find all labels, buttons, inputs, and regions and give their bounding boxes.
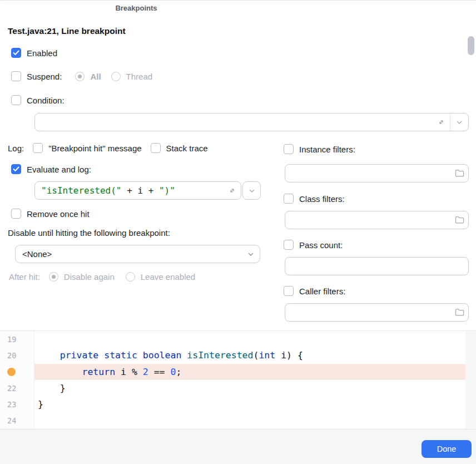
code-text: } [34, 380, 476, 396]
disable-until-label: Disable until hitting the following brea… [8, 228, 170, 238]
enabled-label: Enabled [27, 48, 57, 58]
suspend-all-label: All [90, 72, 101, 81]
code-text: } [34, 396, 476, 412]
class-filters-field[interactable] [285, 211, 469, 229]
evaluate-expression[interactable]: "isInterested(" + i + ")" [35, 185, 175, 196]
caller-filters-field[interactable] [285, 303, 469, 322]
log-label: Log: [8, 144, 24, 153]
caller-filters-row: Caller filters: [284, 286, 345, 296]
after-hit-label: After hit: [9, 272, 40, 282]
disable-until-combo[interactable]: <None> [15, 245, 260, 263]
code-editor: 1920 private static boolean isInterested… [0, 330, 476, 430]
line-number[interactable]: 20 [0, 347, 34, 363]
instance-filters-input[interactable] [285, 165, 450, 182]
pass-count-row: Pass count: [284, 240, 343, 250]
enabled-checkbox[interactable] [11, 48, 21, 58]
editor-line: 23} [0, 396, 476, 412]
disable-again-radio[interactable] [49, 272, 58, 282]
editor-line: 20 private static boolean isInterested(i… [0, 347, 476, 363]
dialog-footer: Done [0, 430, 476, 464]
pass-count-field[interactable] [285, 257, 469, 275]
folder-icon[interactable] [450, 211, 468, 229]
suspend-row: Suspend: All Thread [11, 71, 152, 81]
suspend-thread-label: Thread [126, 72, 153, 81]
suspend-checkbox[interactable] [11, 71, 21, 81]
pass-count-label: Pass count: [299, 240, 343, 250]
stack-trace-option: Stack trace [151, 143, 208, 153]
disable-again-label: Disable again [64, 272, 115, 282]
editor-line: 24 [0, 413, 476, 429]
editor-lines: 1920 private static boolean isInterested… [0, 331, 476, 429]
editor-scrollbar-track[interactable] [465, 331, 476, 429]
breakpoint-hit-label: "Breakpoint hit" message [48, 144, 141, 153]
breakpoint-hit-checkbox[interactable] [33, 143, 43, 153]
caller-filters-input[interactable] [285, 304, 450, 321]
evaluate-row: Evaluate and log: [11, 164, 91, 174]
suspend-all-radio[interactable] [75, 72, 85, 81]
folder-icon[interactable] [450, 304, 468, 321]
instance-filters-checkbox[interactable] [284, 144, 294, 154]
line-number[interactable]: 24 [0, 413, 34, 429]
pass-count-checkbox[interactable] [284, 240, 294, 250]
log-row: Log: "Breakpoint hit" message Stack trac… [8, 143, 208, 153]
evaluate-history-button[interactable] [242, 181, 261, 200]
leave-enabled-label: Leave enabled [141, 272, 195, 282]
dialog-title: Breakpoints [0, 4, 272, 12]
line-number[interactable]: 23 [0, 396, 34, 412]
done-button[interactable]: Done [422, 440, 472, 458]
line-number[interactable]: 19 [0, 331, 34, 347]
evaluate-checkbox[interactable] [11, 164, 21, 174]
suspend-label: Suspend: [27, 72, 62, 81]
chevron-down-icon[interactable] [450, 113, 468, 131]
remove-once-hit-checkbox[interactable] [11, 209, 21, 219]
editor-line: return i % 2 == 0; [0, 364, 476, 380]
leave-enabled-radio[interactable] [126, 272, 135, 282]
breakpoint-hit-option: "Breakpoint hit" message [33, 143, 141, 153]
expand-editor-icon[interactable] [223, 182, 241, 199]
code-text [34, 331, 476, 347]
breakpoint-dot[interactable] [7, 368, 16, 376]
instance-filters-row: Instance filters: [284, 144, 355, 154]
class-filters-checkbox[interactable] [284, 194, 294, 204]
breakpoint-gutter[interactable] [0, 364, 34, 380]
condition-label: Condition: [27, 96, 65, 105]
code-text: return i % 2 == 0; [34, 364, 476, 380]
enabled-row: Enabled [11, 48, 57, 58]
class-filters-label: Class filters: [299, 194, 345, 204]
class-filters-row: Class filters: [284, 194, 345, 204]
class-filters-input[interactable] [285, 211, 450, 229]
remove-once-hit-row: Remove once hit [11, 209, 90, 219]
evaluate-expression-field[interactable]: "isInterested(" + i + ")" [34, 181, 241, 200]
caller-filters-checkbox[interactable] [284, 286, 294, 296]
editor-line: 19 [0, 331, 476, 347]
pass-count-input[interactable] [285, 258, 468, 275]
condition-checkbox[interactable] [11, 95, 21, 105]
folder-icon[interactable] [450, 165, 468, 182]
stack-trace-label: Stack trace [166, 144, 208, 153]
disable-until-value: <None> [16, 249, 58, 259]
line-number[interactable]: 22 [0, 380, 34, 396]
stack-trace-checkbox[interactable] [151, 143, 161, 153]
after-hit-row: After hit: Disable again Leave enabled [9, 272, 195, 282]
evaluate-label: Evaluate and log: [27, 165, 91, 174]
instance-filters-label: Instance filters: [299, 145, 355, 154]
instance-filters-field[interactable] [285, 164, 469, 182]
suspend-thread-radio[interactable] [111, 72, 121, 81]
chevron-down-icon[interactable] [242, 245, 260, 263]
breakpoint-heading: Test.java:21, Line breakpoint [8, 26, 126, 36]
caller-filters-label: Caller filters: [299, 287, 345, 296]
code-text: private static boolean isInterested(int … [34, 347, 476, 363]
condition-input[interactable] [35, 113, 432, 131]
code-text [34, 413, 476, 429]
editor-line: 22 } [0, 380, 476, 396]
condition-combo[interactable] [34, 113, 469, 131]
expand-editor-icon[interactable] [432, 113, 450, 131]
condition-row: Condition: [11, 95, 65, 105]
editor-scrollbar-thumb[interactable] [468, 36, 474, 55]
remove-once-hit-label: Remove once hit [27, 209, 90, 219]
